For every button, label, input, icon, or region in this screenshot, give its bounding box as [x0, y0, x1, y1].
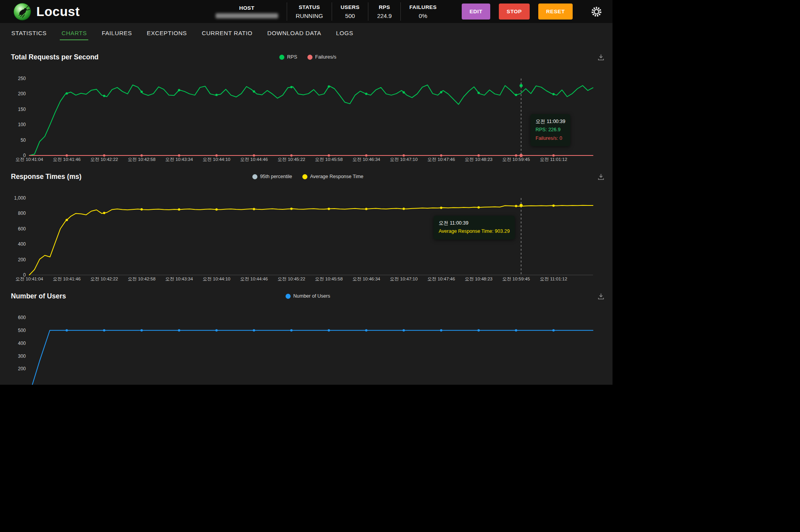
svg-text:오전 10:41:46: 오전 10:41:46	[53, 157, 80, 162]
failures-value: 0%	[419, 12, 427, 19]
svg-text:오전 10:44:46: 오전 10:44:46	[240, 277, 268, 281]
legend-item[interactable]: Failures/s	[307, 54, 336, 60]
chart-total-requests-per-second: Total Requests per Second RPSFailures/s …	[11, 49, 605, 162]
svg-text:오전 10:47:46: 오전 10:47:46	[427, 277, 455, 281]
svg-text:오전 10:59:45: 오전 10:59:45	[502, 277, 530, 281]
reset-button[interactable]: RESET	[538, 4, 573, 20]
legend-dot	[307, 55, 312, 60]
svg-text:오전 10:44:10: 오전 10:44:10	[203, 277, 230, 281]
tab-current-ratio[interactable]: CURRENT RATIO	[194, 23, 260, 43]
svg-text:오전 10:43:34: 오전 10:43:34	[165, 277, 193, 281]
svg-text:오전 11:01:12: 오전 11:01:12	[540, 277, 567, 281]
stat-status: STATUS RUNNING	[287, 2, 332, 21]
chart-tooltip: 오전 11:00:39RPS: 226.9Failures/s: 0	[530, 114, 570, 146]
svg-text:오전 10:45:58: 오전 10:45:58	[315, 277, 343, 281]
svg-text:오전 10:43:34: 오전 10:43:34	[165, 157, 193, 162]
users-value: 500	[345, 12, 355, 19]
legend-label: RPS	[287, 54, 297, 60]
rps-label: RPS	[379, 4, 390, 10]
svg-text:오전 10:48:23: 오전 10:48:23	[465, 157, 493, 162]
svg-text:800: 800	[18, 211, 26, 216]
tab-download-data[interactable]: DOWNLOAD DATA	[260, 23, 329, 43]
svg-text:1,000: 1,000	[14, 195, 26, 201]
failures-label: FAILURES	[409, 4, 437, 10]
chart-legend: Number of Users	[11, 293, 605, 299]
edit-button[interactable]: EDIT	[462, 4, 490, 20]
svg-text:오전 10:48:23: 오전 10:48:23	[465, 277, 493, 281]
host-value-redacted	[216, 13, 278, 18]
chart-legend: 95th percentileAverage Response Time	[11, 174, 605, 179]
svg-text:150: 150	[18, 107, 26, 112]
svg-text:200: 200	[18, 257, 26, 262]
svg-text:오전 11:01:12: 오전 11:01:12	[540, 157, 567, 162]
svg-text:50: 50	[21, 137, 26, 143]
locust-logo[interactable]: Locust	[0, 3, 80, 21]
response-times-chart-canvas[interactable]: 1,0008006004002000오전 10:41:04오전 10:41:46…	[11, 184, 605, 282]
legend-item[interactable]: Average Response Time	[302, 174, 364, 179]
legend-dot	[252, 174, 257, 179]
svg-text:오전 10:42:22: 오전 10:42:22	[90, 277, 118, 281]
svg-text:100: 100	[18, 122, 26, 127]
tab-bar: STATISTICS CHARTS FAILURES EXCEPTIONS CU…	[0, 23, 612, 43]
legend-item[interactable]: 95th percentile	[252, 174, 292, 179]
svg-text:오전 10:41:04: 오전 10:41:04	[16, 157, 44, 162]
svg-text:오전 10:46:34: 오전 10:46:34	[352, 277, 380, 281]
legend-dot	[302, 174, 307, 179]
chart-tooltip: 오전 11:00:39Average Response Time: 903.29	[434, 216, 515, 239]
users-label: USERS	[341, 4, 360, 10]
rps-chart-canvas[interactable]: 250200150100500오전 10:41:04오전 10:41:46오전 …	[11, 65, 605, 162]
svg-text:오전 10:41:04: 오전 10:41:04	[16, 277, 44, 281]
host-label: HOST	[239, 5, 254, 11]
locust-app: Locust HOST STATUS RUNNING USERS 500 RPS	[0, 0, 612, 385]
svg-text:400: 400	[18, 341, 26, 346]
legend-item[interactable]: RPS	[279, 54, 297, 60]
svg-text:200: 200	[18, 366, 26, 371]
legend-label: Number of Users	[293, 293, 330, 299]
brand-name: Locust	[36, 4, 80, 19]
svg-text:600: 600	[18, 315, 26, 320]
svg-text:200: 200	[18, 91, 26, 96]
legend-label: 95th percentile	[260, 174, 292, 179]
svg-text:오전 10:44:46: 오전 10:44:46	[240, 157, 268, 162]
svg-text:오전 10:59:45: 오전 10:59:45	[502, 157, 530, 162]
legend-item[interactable]: Number of Users	[286, 293, 330, 299]
status-label: STATUS	[299, 4, 320, 10]
legend-dot	[279, 55, 284, 60]
svg-text:오전 10:46:34: 오전 10:46:34	[352, 157, 380, 162]
svg-text:오전 10:45:22: 오전 10:45:22	[278, 277, 305, 281]
svg-text:오전 10:45:58: 오전 10:45:58	[315, 157, 343, 162]
tab-charts[interactable]: CHARTS	[54, 23, 94, 43]
tab-exceptions[interactable]: EXCEPTIONS	[139, 23, 195, 43]
svg-text:오전 10:45:22: 오전 10:45:22	[278, 157, 305, 162]
users-chart-canvas[interactable]: 600500400300200	[11, 304, 605, 385]
stop-button[interactable]: STOP	[499, 4, 530, 20]
header-stats: HOST STATUS RUNNING USERS 500 RPS 224.9 …	[207, 0, 445, 23]
svg-text:오전 10:42:22: 오전 10:42:22	[90, 157, 118, 162]
svg-text:오전 10:42:58: 오전 10:42:58	[128, 277, 155, 281]
stat-users: USERS 500	[332, 2, 368, 21]
tab-logs[interactable]: LOGS	[329, 23, 361, 43]
header-actions: EDIT STOP RESET	[462, 4, 573, 20]
svg-text:500: 500	[18, 328, 26, 333]
settings-button[interactable]	[591, 6, 602, 18]
tab-failures[interactable]: FAILURES	[94, 23, 139, 43]
legend-label: Failures/s	[315, 54, 336, 60]
top-bar: Locust HOST STATUS RUNNING USERS 500 RPS	[0, 0, 612, 23]
locust-logo-icon	[13, 3, 31, 21]
svg-text:오전 10:44:10: 오전 10:44:10	[203, 157, 230, 162]
chart-legend: RPSFailures/s	[11, 54, 605, 60]
chart-response-times: Response Times (ms) 95th percentileAvera…	[11, 169, 605, 282]
stat-rps: RPS 224.9	[368, 2, 400, 21]
svg-text:오전 10:41:46: 오전 10:41:46	[53, 277, 80, 281]
charts-page: Total Requests per Second RPSFailures/s …	[0, 43, 612, 385]
svg-text:오전 10:47:10: 오전 10:47:10	[390, 277, 418, 281]
chart-number-of-users: Number of Users Number of Users 60050040…	[11, 288, 605, 385]
svg-text:오전 10:47:10: 오전 10:47:10	[390, 157, 418, 162]
svg-text:오전 10:47:46: 오전 10:47:46	[427, 157, 455, 162]
rps-value: 224.9	[377, 12, 392, 19]
stat-host: HOST	[207, 2, 287, 21]
svg-text:400: 400	[18, 241, 26, 247]
gear-icon	[591, 6, 602, 18]
svg-text:250: 250	[18, 76, 26, 81]
tab-statistics[interactable]: STATISTICS	[4, 23, 54, 43]
